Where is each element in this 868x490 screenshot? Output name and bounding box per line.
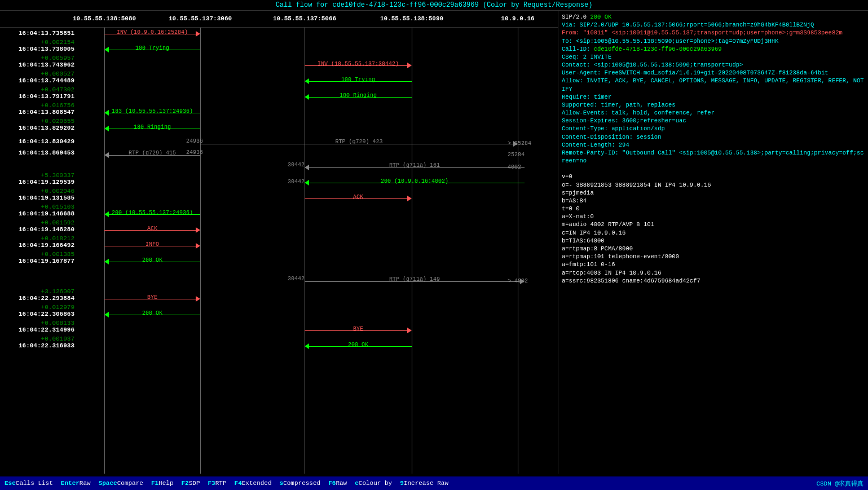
- detail-line-29: a=rtcp:4003 IN IP4 10.9.0.16: [562, 269, 865, 277]
- main-container: 10.55.55.138:5080 10.55.55.137:3060 10.5…: [0, 11, 868, 474]
- val-calls-list: Calls List: [16, 480, 53, 487]
- detail-line-8: Allow: INVITE, ACK, BYE, CANCEL, OPTIONS…: [562, 77, 865, 92]
- ts-delta-16: +0.001937: [0, 336, 74, 342]
- val-colour: Colour by: [359, 480, 392, 487]
- detail-line-2: From: "10011" <sip:10011@10.55.55.137;tr…: [562, 29, 865, 37]
- rtp-port-30442-1: 30442: [288, 162, 305, 168]
- arrow-rtp-3: RTP (g711a) 161: [305, 164, 525, 172]
- detail-line-5: CSeq: 2 INVITE: [562, 53, 865, 61]
- val-help: Help: [158, 480, 173, 487]
- ts-delta-8: +0.002046: [0, 188, 74, 195]
- val-sdp: SDP: [189, 480, 200, 487]
- rtp-port-30442-3: 30442: [288, 276, 305, 282]
- title-text: Call flow for cde10fde-4718-123c-ff96-00…: [276, 1, 593, 9]
- flow-area: 16:04:13.735851 INV (10.9.0.16:25284) +0…: [0, 28, 558, 474]
- key-9[interactable]: 9: [400, 480, 404, 487]
- detail-line-27: a=rtpmap:101 telephone-event/8000: [562, 253, 865, 261]
- val-raw2: Raw: [336, 480, 347, 487]
- ts-delta-13: +3.126007: [0, 288, 74, 295]
- key-space[interactable]: Space: [99, 480, 117, 487]
- ts-row-rtp1: 16:04:13.830429: [0, 138, 74, 145]
- col-headers: 10.55.55.138:5080 10.55.55.137:3060 10.5…: [0, 11, 558, 28]
- arrow-100trying-2: 100 Trying: [305, 77, 412, 86]
- ts-delta-14: +0.012979: [0, 304, 74, 311]
- arrow-bye-1: BYE: [104, 295, 200, 304]
- key-f2[interactable]: F2: [182, 480, 189, 487]
- ts-delta-2: +0.005957: [0, 55, 74, 61]
- ts-row-10: 16:04:19.146688: [0, 210, 74, 217]
- col-header-2: 10.55.55.137:5066: [273, 15, 336, 22]
- detail-line-11: Allow-Events: talk, hold, conference, re…: [562, 109, 865, 117]
- arrow-180ringing-1: 180 Ringing: [305, 93, 412, 102]
- status-bar: Esc Calls List Enter Raw Space Compare F…: [0, 476, 868, 490]
- ts-row-4: 16:04:13.744489: [0, 77, 74, 84]
- detail-line-21: t=0 0: [562, 205, 865, 213]
- detail-line-23: m=audio 4002 RTP/AVP 8 101: [562, 220, 865, 228]
- title-bar: Call flow for cde10fde-4718-123c-ff96-00…: [0, 0, 868, 11]
- rtp-port-4002-2: > 4002: [508, 278, 528, 284]
- key-s[interactable]: s: [280, 480, 284, 487]
- key-c[interactable]: c: [355, 480, 359, 487]
- detail-line-7: User-Agent: FreeSWITCH-mod_sofia/1.6.19+…: [562, 69, 865, 77]
- arrow-183-1: 183 (10.55.55.137:24936): [104, 109, 200, 118]
- key-f1[interactable]: F1: [151, 480, 158, 487]
- val-compressed: Compressed: [283, 480, 320, 487]
- val-compare: Compare: [117, 480, 143, 487]
- key-enter[interactable]: Enter: [61, 480, 80, 487]
- watermark: CSDN @求真得真: [816, 479, 863, 488]
- col-header-4: 10.9.0.16: [501, 15, 534, 22]
- ts-delta-15: +0.008133: [0, 320, 74, 326]
- detail-panel: SIP/2.0 200 OK Via: SIP/2.0/UDP 10.55.55…: [558, 11, 868, 474]
- detail-line-17: v=0: [562, 173, 865, 180]
- detail-line-15: Content-Length: 294: [562, 141, 865, 149]
- ts-row-13: 16:04:19.167877: [0, 258, 74, 264]
- ts-row-12: 16:04:19.166492: [0, 242, 74, 249]
- arrow-info-1: INFO: [104, 242, 200, 251]
- detail-line-0: SIP/2.0 200 OK: [562, 13, 865, 21]
- rtp-port-4002-1: 4002: [508, 164, 521, 170]
- call-flow-panel: 10.55.55.138:5080 10.55.55.137:3060 10.5…: [0, 11, 558, 474]
- ts-row-6: 16:04:13.808547: [0, 109, 74, 116]
- ts-row-rtp2: 16:04:13.869453: [0, 149, 74, 156]
- key-f4[interactable]: F4: [235, 480, 242, 487]
- col-header-1: 10.55.55.137:3060: [169, 15, 232, 22]
- arrow-rtp-2: RTP (g729) 415: [104, 152, 200, 160]
- key-f3[interactable]: F3: [208, 480, 215, 487]
- detail-line-28: a=fmtp:101 0-16: [562, 261, 865, 268]
- arrow-inv-1: INV (10.9.0.16:25284): [104, 30, 200, 39]
- ts-delta-1: +0.002154: [0, 39, 74, 46]
- ts-row-15: 16:04:22.306863: [0, 311, 74, 317]
- detail-line-26: a=rtpmap:8 PCMA/8000: [562, 245, 865, 253]
- ts-delta-12: +0.001385: [0, 251, 74, 258]
- detail-line-24: c=IN IP4 10.9.0.16: [562, 229, 865, 237]
- arrow-200ok-3: 200 OK: [104, 311, 200, 320]
- arrow-rtp-1: RTP (g729) 423: [200, 140, 518, 148]
- detail-line-10: Supported: timer, path, replaces: [562, 101, 865, 109]
- ts-row-7: 16:04:13.829202: [0, 125, 74, 131]
- detail-line-1: Via: SIP/2.0/UDP 10.55.55.137:5066;rport…: [562, 21, 865, 29]
- arrow-200-2: 200 (10.55.55.137:24936): [104, 210, 200, 219]
- detail-line-blank: [562, 165, 865, 173]
- val-rtp: RTP: [215, 480, 227, 487]
- ts-delta-6: +0.020655: [0, 118, 74, 125]
- detail-line-13: Content-Type: application/sdp: [562, 125, 865, 133]
- detail-line-22: a=X-nat:0: [562, 213, 865, 220]
- arrow-ack-2: ACK: [104, 226, 200, 235]
- ts-row-5: 16:04:13.791791: [0, 93, 74, 100]
- ts-delta-10: +0.001592: [0, 219, 74, 226]
- val-raw: Raw: [80, 480, 91, 487]
- ts-delta-7: +5.300337: [0, 172, 74, 179]
- val-increase-raw: Increase Raw: [404, 480, 448, 487]
- key-esc[interactable]: Esc: [5, 480, 16, 487]
- key-f6[interactable]: F6: [328, 480, 336, 487]
- detail-line-4: Call-ID: cde10fde-4718-123c-ff96-000c29a…: [562, 45, 865, 53]
- ts-row-3: 16:04:13.743962: [0, 61, 74, 68]
- ts-row-9: 16:04:19.131585: [0, 195, 74, 201]
- detail-line-20: b=AS:84: [562, 197, 865, 205]
- arrow-200ok-4: 200 OK: [305, 342, 412, 351]
- detail-line-25: b=TIAS:64000: [562, 237, 865, 245]
- rtp-port-30442-2: 30442: [288, 179, 305, 185]
- ts-row-16: 16:04:22.314996: [0, 326, 74, 333]
- arrow-inv-2: INV (10.55.55.137:30442): [305, 61, 412, 70]
- arrow-rtp-4: RTP (g711a) 149: [305, 278, 525, 286]
